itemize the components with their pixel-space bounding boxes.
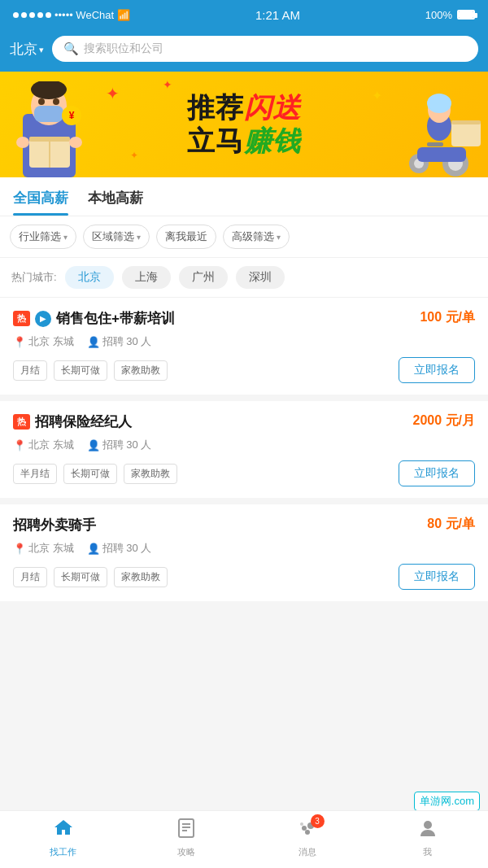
job-salary-3: 80 元/单 bbox=[427, 516, 475, 533]
filters: 行业筛选 ▾ 区域筛选 ▾ 离我最近 高级筛选 ▾ bbox=[0, 216, 488, 258]
job-recruit-3: 👤 招聘 30 人 bbox=[87, 541, 152, 556]
filter-industry[interactable]: 行业筛选 ▾ bbox=[10, 225, 76, 249]
battery-icon bbox=[457, 10, 475, 20]
nav-home[interactable]: 找工作 bbox=[50, 818, 76, 858]
job-salary-2: 2000 元/月 bbox=[413, 412, 475, 430]
tag-1-1: 月结 bbox=[13, 360, 47, 381]
tab-local[interactable]: 本地高薪 bbox=[88, 189, 143, 216]
apply-btn-1[interactable]: 立即报名 bbox=[399, 357, 475, 383]
hot-cities-label: 热门城市: bbox=[11, 270, 57, 285]
hot-badge-2: 热 bbox=[13, 414, 30, 430]
city-shanghai[interactable]: 上海 bbox=[122, 266, 171, 289]
job-tags-left-2: 半月结 长期可做 家教助教 bbox=[13, 464, 177, 484]
city-beijing[interactable]: 北京 bbox=[65, 266, 114, 289]
filter-distance[interactable]: 离我最近 bbox=[156, 225, 216, 249]
location-arrow-icon: ▾ bbox=[39, 45, 44, 55]
svg-point-4 bbox=[53, 98, 59, 105]
svg-rect-17 bbox=[417, 147, 466, 162]
tag-3-2: 长期可做 bbox=[54, 567, 107, 587]
confetti-1: ✦ bbox=[106, 84, 120, 103]
header: 北京 ▾ 🔍 搜索职位和公司 bbox=[0, 29, 488, 72]
job-salary-1: 100 元/单 bbox=[420, 309, 475, 326]
svg-text:¥: ¥ bbox=[69, 110, 75, 121]
tab-national[interactable]: 全国高薪 bbox=[13, 189, 68, 216]
svg-point-9 bbox=[16, 137, 29, 148]
tabs: 全国高薪 本地高薪 bbox=[13, 189, 475, 216]
status-left: ••••• WeChat 📶 bbox=[13, 9, 130, 21]
svg-point-28 bbox=[302, 826, 307, 831]
nav-message[interactable]: 3 消息 bbox=[297, 818, 318, 858]
signal-dots bbox=[13, 12, 51, 18]
guide-icon bbox=[176, 818, 197, 844]
status-right: 100% bbox=[425, 9, 475, 21]
recruit-icon-2: 👤 bbox=[87, 439, 100, 451]
banner[interactable]: ¥ 推荐闪送 立马赚钱 bbox=[0, 72, 488, 177]
location-icon-2: 📍 bbox=[13, 439, 26, 451]
job-recruit-2: 👤 招聘 30 人 bbox=[87, 438, 152, 452]
nav-profile[interactable]: 我 bbox=[417, 818, 438, 858]
location-icon-1: 📍 bbox=[13, 336, 26, 348]
tag-3-3: 家教助教 bbox=[114, 567, 168, 587]
job-location-3: 📍 北京 东城 bbox=[13, 541, 74, 556]
nav-guide-label: 攻略 bbox=[177, 846, 195, 858]
nav-profile-label: 我 bbox=[423, 846, 432, 858]
job-location-2: 📍 北京 东城 bbox=[13, 438, 74, 452]
svg-point-30 bbox=[305, 830, 310, 835]
hot-badge-1: 热 bbox=[13, 311, 30, 326]
svg-rect-23 bbox=[427, 142, 443, 146]
job-tags-left-1: 月结 长期可做 家教助教 bbox=[13, 360, 168, 381]
confetti-4: ✦ bbox=[372, 88, 382, 103]
location-button[interactable]: 北京 ▾ bbox=[10, 40, 44, 59]
svg-point-22 bbox=[427, 94, 451, 113]
city-guangzhou[interactable]: 广州 bbox=[179, 266, 228, 289]
tag-2-1: 半月结 bbox=[13, 464, 57, 484]
job-card-1: 热 ▶ 销售包住+带薪培训 100 元/单 📍 北京 东城 👤 招聘 30 人 bbox=[0, 298, 488, 395]
battery-percent: 100% bbox=[425, 9, 452, 21]
nav-message-label: 消息 bbox=[298, 846, 316, 858]
city-shenzhen[interactable]: 深圳 bbox=[236, 266, 285, 289]
job-card-2: 热 招聘保险经纪人 2000 元/月 📍 北京 东城 👤 招聘 30 人 半月结 bbox=[0, 401, 488, 498]
search-bar[interactable]: 🔍 搜索职位和公司 bbox=[52, 36, 478, 62]
svg-point-3 bbox=[38, 98, 45, 105]
job-list: 热 ▶ 销售包住+带薪培训 100 元/单 📍 北京 东城 👤 招聘 30 人 bbox=[0, 298, 488, 601]
wechat-label: ••••• WeChat bbox=[54, 9, 114, 21]
banner-right-person bbox=[403, 92, 484, 177]
job-tags-left-3: 月结 长期可做 家教助教 bbox=[13, 567, 168, 587]
banner-text2: 立马 bbox=[187, 125, 244, 156]
location-icon-3: 📍 bbox=[13, 543, 26, 555]
video-badge-1: ▶ bbox=[35, 311, 51, 327]
banner-text1: 推荐 bbox=[187, 92, 244, 123]
nav-guide[interactable]: 攻略 bbox=[176, 818, 197, 858]
search-icon: 🔍 bbox=[63, 41, 79, 56]
svg-point-31 bbox=[300, 822, 303, 826]
tag-2-2: 长期可做 bbox=[63, 464, 117, 484]
job-card-3: 招聘外卖骑手 80 元/单 📍 北京 东城 👤 招聘 30 人 月结 长期可做 bbox=[0, 504, 488, 601]
tag-2-3: 家教助教 bbox=[124, 464, 177, 484]
nav-home-label: 找工作 bbox=[50, 846, 76, 858]
svg-point-10 bbox=[69, 137, 82, 148]
tag-3-1: 月结 bbox=[13, 567, 47, 587]
recruit-icon-3: 👤 bbox=[87, 543, 100, 555]
bottom-nav: 找工作 攻略 3 消息 bbox=[0, 810, 488, 868]
filter-advanced-arrow: ▾ bbox=[277, 233, 281, 242]
search-placeholder: 搜索职位和公司 bbox=[84, 41, 163, 56]
confetti-3: ✦ bbox=[130, 150, 138, 161]
filter-advanced[interactable]: 高级筛选 ▾ bbox=[223, 225, 290, 249]
filter-area-arrow: ▾ bbox=[137, 233, 141, 242]
filter-industry-arrow: ▾ bbox=[63, 233, 68, 242]
job-location-1: 📍 北京 东城 bbox=[13, 334, 74, 349]
banner-highlight1: 闪送 bbox=[244, 92, 301, 123]
apply-btn-3[interactable]: 立即报名 bbox=[399, 564, 475, 590]
message-badge: 3 bbox=[311, 814, 325, 828]
apply-btn-2[interactable]: 立即报名 bbox=[399, 460, 475, 486]
filter-area[interactable]: 区域筛选 ▾ bbox=[83, 225, 150, 249]
job-recruit-1: 👤 招聘 30 人 bbox=[87, 334, 152, 349]
recruit-icon-1: 👤 bbox=[87, 336, 100, 348]
svg-rect-2 bbox=[34, 106, 63, 122]
svg-point-32 bbox=[424, 821, 432, 829]
banner-left-person: ¥ bbox=[7, 81, 92, 177]
hot-cities: 热门城市: 北京 上海 广州 深圳 bbox=[0, 258, 488, 298]
job-title-1: 销售包住+带薪培训 bbox=[56, 309, 175, 328]
confetti-2: ✦ bbox=[163, 78, 172, 91]
tag-1-3: 家教助教 bbox=[114, 360, 168, 381]
